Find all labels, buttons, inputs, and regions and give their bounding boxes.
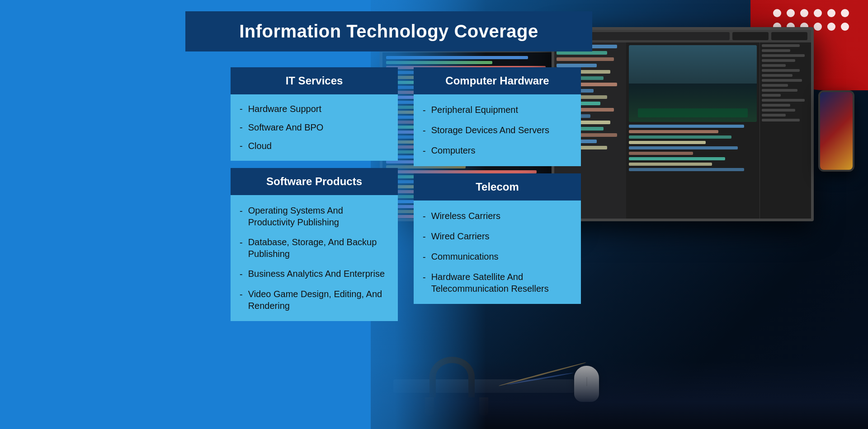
right-column: Computer Hardware - Peripheral Equipment… (414, 67, 581, 304)
list-item: - Business Analytics And Enterprise (240, 264, 389, 284)
list-item: - Database, Storage, And Backup Publishi… (240, 232, 389, 264)
it-services-items: - Hardware Support - Software And BPO - … (231, 94, 398, 161)
list-item: - Storage Devices And Servers (423, 120, 572, 140)
list-item: - Hardware Support (240, 100, 389, 118)
list-item: - Cloud (240, 137, 389, 155)
it-services-header: IT Services (231, 67, 398, 94)
software-products-card: Software Products - Operating Systems An… (231, 168, 398, 321)
list-item: - Video Game Design, Editing, And Render… (240, 284, 389, 316)
telecom-header: Telecom (414, 173, 581, 201)
software-products-header: Software Products (231, 168, 398, 195)
list-item: - Wireless Carriers (423, 206, 572, 226)
list-item: - Software And BPO (240, 118, 389, 137)
page-title: Information Technology Coverage (239, 21, 538, 41)
list-item: - Computers (423, 140, 572, 161)
telecom-items: - Wireless Carriers - Wired Carriers - C… (414, 201, 581, 304)
telecom-card: Telecom - Wireless Carriers - Wired Carr… (414, 173, 581, 304)
software-products-items: - Operating Systems And Productivity Pub… (231, 195, 398, 321)
list-item: - Communications (423, 247, 572, 267)
computer-hardware-card: Computer Hardware - Peripheral Equipment… (414, 67, 581, 166)
list-item: - Wired Carriers (423, 226, 572, 247)
it-services-card: IT Services - Hardware Support - Softwar… (231, 67, 398, 161)
title-banner: Information Technology Coverage (185, 11, 592, 51)
list-item: - Operating Systems And Productivity Pub… (240, 201, 389, 232)
list-item: - Peripheral Equipment (423, 100, 572, 120)
computer-hardware-header: Computer Hardware (414, 67, 581, 94)
list-item: - Hardware Satellite And Telecommunicati… (423, 267, 572, 298)
computer-hardware-items: - Peripheral Equipment - Storage Devices… (414, 94, 581, 166)
left-column: IT Services - Hardware Support - Softwar… (231, 67, 398, 321)
